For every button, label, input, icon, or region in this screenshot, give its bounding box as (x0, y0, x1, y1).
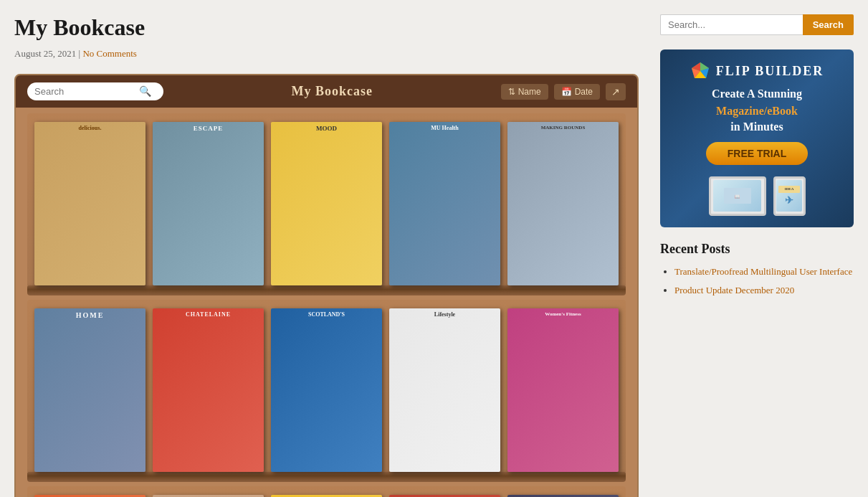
recent-posts-heading: Recent Posts (660, 242, 854, 257)
bookcase-sort-wrap: ⇅ Name 📅 Date ↗ (501, 83, 626, 100)
list-item: Product Update December 2020 (674, 284, 854, 297)
flip-logo: FLIP BUILDER (672, 61, 842, 81)
recent-posts-list: Translate/Proofread Multilingual User In… (660, 265, 854, 297)
book-scotland[interactable]: SCOTLAND'S (271, 308, 382, 472)
shelf-row-1: delicious. ESCAPE MOOD (27, 113, 626, 295)
book-womenfitness[interactable]: Women's Fitness (507, 308, 619, 472)
sidebar: Search FLIP BUILDER Create A Stunning Ma… (660, 14, 854, 497)
book-delicious[interactable]: delicious. (34, 122, 146, 285)
bookcase-title: My Bookcase (292, 84, 373, 99)
flip-ad-subheading: Magazine/eBook (672, 105, 842, 118)
recent-posts-section: Recent Posts Translate/Proofread Multili… (660, 242, 854, 297)
book-escape[interactable]: ESCAPE (153, 122, 264, 285)
flip-ad-sub2: in Minutes (672, 120, 842, 133)
sidebar-search-input[interactable] (660, 14, 803, 35)
recent-post-link-1[interactable]: Translate/Proofread Multilingual User In… (674, 266, 852, 277)
flipbook-ad: FLIP BUILDER Create A Stunning Magazine/… (660, 49, 854, 227)
shelf-row-3: Haven the Knitter happiful (27, 486, 626, 497)
page-title: My Bookcase (14, 14, 639, 41)
calendar-icon: 📅 (561, 87, 572, 97)
shelf-books-row-1: delicious. ESCAPE MOOD (27, 113, 626, 285)
shelf-plank-2 (27, 472, 626, 482)
shelf-row-2: HOME CHATELAINE SCOTLAND'S (27, 300, 626, 482)
bookcase-widget: 🔍 My Bookcase ⇅ Name 📅 Date ↗ (14, 74, 639, 497)
book-mood[interactable]: MOOD (271, 122, 382, 285)
bookcase-shelves: delicious. ESCAPE MOOD (16, 108, 637, 497)
book-home[interactable]: HOME (34, 308, 146, 472)
device-monitor: 📖 (709, 176, 766, 216)
flip-gem-icon (690, 61, 710, 81)
sort-date-label: Date (575, 87, 593, 97)
bookcase-toolbar: 🔍 My Bookcase ⇅ Name 📅 Date ↗ (16, 75, 637, 108)
post-meta: August 25, 2021 | No Comments (14, 48, 639, 60)
sidebar-search-wrap: Search (660, 14, 854, 35)
book-chatelaine[interactable]: CHATELAINE (153, 308, 264, 472)
export-button[interactable]: ↗ (606, 83, 626, 100)
sidebar-search-button[interactable]: Search (803, 14, 854, 35)
sort-name-label: Name (518, 87, 541, 97)
tablet-screen: IDEA ✈ (776, 180, 801, 212)
export-icon: ↗ (611, 86, 620, 98)
recent-post-link-2[interactable]: Product Update December 2020 (674, 285, 794, 295)
book-muhealth[interactable]: MU Health (389, 122, 500, 285)
sort-by-name-button[interactable]: ⇅ Name (501, 84, 548, 100)
flip-logo-text: FLIP BUILDER (716, 64, 824, 79)
flip-devices: 📖 IDEA ✈ (672, 176, 842, 216)
bookcase-search-icon: 🔍 (139, 85, 151, 98)
monitor-screen: 📖 (713, 180, 761, 212)
main-content: My Bookcase August 25, 2021 | No Comment… (14, 14, 639, 497)
flip-ad-heading: Create A Stunning (672, 87, 842, 102)
no-comments-link[interactable]: No Comments (82, 48, 136, 59)
sort-by-date-button[interactable]: 📅 Date (554, 84, 600, 100)
shelf-plank-1 (27, 285, 626, 295)
shelf-books-row-2: HOME CHATELAINE SCOTLAND'S (27, 300, 626, 472)
bookcase-search-input[interactable] (34, 86, 135, 97)
book-making[interactable]: MAKING ROUNDS (507, 122, 619, 285)
device-tablet: IDEA ✈ (773, 176, 806, 216)
shelf-books-row-3: Haven the Knitter happiful (27, 486, 626, 497)
post-date: August 25, 2021 (14, 48, 76, 59)
flip-trial-button[interactable]: FREE TRIAL (706, 142, 808, 165)
meta-separator: | (79, 48, 81, 59)
sort-icon: ⇅ (508, 87, 515, 97)
list-item: Translate/Proofread Multilingual User In… (674, 265, 854, 278)
bookcase-search-wrap: 🔍 (27, 82, 163, 100)
book-lifestyle[interactable]: Lifestyle (389, 308, 500, 472)
